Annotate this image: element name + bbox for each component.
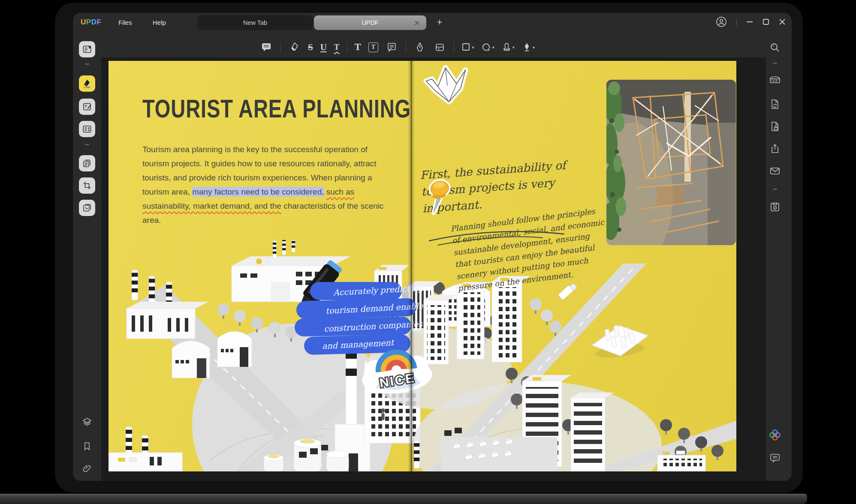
page-tools-button[interactable] bbox=[79, 155, 95, 171]
crop-pages-button[interactable] bbox=[79, 177, 95, 194]
share-icon bbox=[769, 143, 781, 154]
nice-rainbow-sticker[interactable]: NICE bbox=[359, 342, 434, 396]
model-structure bbox=[590, 321, 651, 360]
shape-tool-icon[interactable]: ▾ bbox=[461, 41, 474, 54]
reader-icon bbox=[82, 45, 92, 54]
protect-button[interactable] bbox=[768, 119, 782, 134]
tab-new-tab[interactable]: New Tab bbox=[197, 15, 313, 30]
crop-icon bbox=[82, 181, 92, 190]
layers-icon bbox=[82, 417, 92, 427]
paperclip-icon bbox=[82, 463, 92, 474]
menu-files[interactable]: Files bbox=[118, 19, 132, 26]
stamp-tool-icon[interactable]: ▾ bbox=[502, 41, 515, 54]
toolbar-divider bbox=[454, 42, 454, 52]
ocr-icon: OCR bbox=[769, 75, 781, 87]
brand-letter: P bbox=[86, 18, 91, 26]
sidebar-divider bbox=[85, 144, 89, 145]
annotate-pages-button[interactable] bbox=[79, 200, 95, 216]
scribble-pages-icon bbox=[82, 203, 92, 213]
signature-tool-icon[interactable]: ▾ bbox=[522, 41, 535, 54]
close-button[interactable] bbox=[779, 18, 786, 27]
organize-pages-button[interactable] bbox=[79, 121, 95, 137]
highlight-tool-icon[interactable] bbox=[288, 41, 301, 54]
account-icon[interactable] bbox=[716, 16, 727, 29]
search-icon bbox=[769, 42, 781, 53]
pushpin-sticker[interactable] bbox=[424, 176, 455, 215]
laptop-screen: UPDF Files Help New Tab UPDF + bbox=[55, 3, 803, 493]
layers-button[interactable] bbox=[80, 415, 94, 429]
edit-mode-button[interactable] bbox=[79, 99, 95, 115]
toolbar-divider bbox=[406, 42, 406, 52]
mail-icon bbox=[769, 165, 781, 177]
save-icon bbox=[769, 201, 781, 213]
tab-label: New Tab bbox=[243, 19, 267, 26]
reader-mode-button[interactable] bbox=[79, 41, 95, 57]
titlebar-divider bbox=[736, 19, 737, 27]
attachments-button[interactable] bbox=[80, 461, 94, 476]
construction-site-photo[interactable] bbox=[606, 80, 736, 245]
page-paragraph: Tourism area planning is the key to the … bbox=[142, 142, 396, 227]
page-fold bbox=[408, 61, 415, 471]
convert-button[interactable] bbox=[768, 97, 782, 111]
pdf-spread: TOURIST AREA PLANNING Tourism area plann… bbox=[109, 61, 736, 471]
minimize-button[interactable] bbox=[746, 18, 753, 27]
tab-updf-document[interactable]: UPDF bbox=[314, 15, 426, 30]
brand-letter: D bbox=[91, 18, 97, 26]
laptop-base bbox=[0, 494, 807, 504]
sticker-tool-icon[interactable]: ▾ bbox=[482, 41, 494, 54]
comment-mode-button-active[interactable] bbox=[79, 75, 95, 92]
comment-tool-icon[interactable] bbox=[260, 41, 273, 54]
save-button[interactable] bbox=[768, 200, 782, 214]
search-button[interactable] bbox=[768, 40, 782, 55]
updf-logo: UPDF bbox=[81, 18, 101, 27]
organize-pages-icon bbox=[82, 124, 92, 134]
protect-document-icon bbox=[769, 121, 781, 132]
annotation-toolbar: S U T T T ▾ ▾ ▾ ▾ bbox=[260, 38, 535, 57]
eraser-tool-icon[interactable] bbox=[434, 41, 446, 54]
titlebar: UPDF Files Help New Tab UPDF + bbox=[73, 13, 792, 33]
feedback-chat-icon bbox=[769, 453, 781, 464]
page-title: TOURIST AREA PLANNING bbox=[142, 94, 411, 123]
brand-letter: U bbox=[81, 18, 86, 26]
edit-icon bbox=[82, 102, 92, 111]
typewriter-tool-icon[interactable]: T bbox=[355, 42, 361, 53]
convert-document-icon bbox=[769, 99, 781, 110]
updf-ai-button[interactable] bbox=[768, 428, 782, 442]
svg-text:OCR: OCR bbox=[772, 79, 778, 82]
underline-tool-icon[interactable]: U bbox=[320, 42, 327, 53]
toolbar-divider bbox=[280, 42, 280, 52]
text-box-tool-icon[interactable]: T bbox=[368, 42, 378, 52]
bookmark-icon bbox=[82, 441, 92, 451]
squiggly-underline-tool-icon[interactable]: T bbox=[334, 42, 340, 52]
feedback-button[interactable] bbox=[768, 451, 782, 465]
paper-crane-doodle[interactable] bbox=[421, 63, 472, 108]
callout-tool-icon[interactable] bbox=[386, 41, 398, 54]
comment-mode-highlighter-icon bbox=[82, 78, 92, 89]
pencil-tool-icon[interactable] bbox=[413, 41, 426, 54]
share-button[interactable] bbox=[768, 141, 782, 156]
new-tab-button[interactable]: + bbox=[434, 17, 445, 28]
menu-help[interactable]: Help bbox=[153, 19, 166, 26]
updf-app-window: UPDF Files Help New Tab UPDF + bbox=[73, 13, 792, 481]
brand-letter: F bbox=[96, 18, 101, 26]
sidebar-divider bbox=[85, 63, 89, 65]
maximize-button[interactable] bbox=[763, 18, 769, 27]
bookmarks-button[interactable] bbox=[80, 439, 94, 453]
ocr-button[interactable]: OCR bbox=[768, 74, 782, 88]
sidebar-divider bbox=[773, 189, 777, 190]
sidebar-divider bbox=[773, 63, 777, 64]
highlight-annotation[interactable]: many factors need to be considered, bbox=[192, 187, 324, 197]
email-button[interactable] bbox=[768, 164, 782, 178]
tab-close-icon[interactable] bbox=[413, 19, 420, 26]
strikethrough-tool-icon[interactable]: S bbox=[308, 42, 313, 53]
updf-ai-clover-icon bbox=[769, 429, 781, 441]
toolbar-divider bbox=[347, 42, 347, 52]
pages-icon bbox=[82, 159, 92, 168]
document-canvas: TOURIST AREA PLANNING Tourism area plann… bbox=[101, 57, 766, 481]
tab-label: UPDF bbox=[362, 19, 378, 26]
